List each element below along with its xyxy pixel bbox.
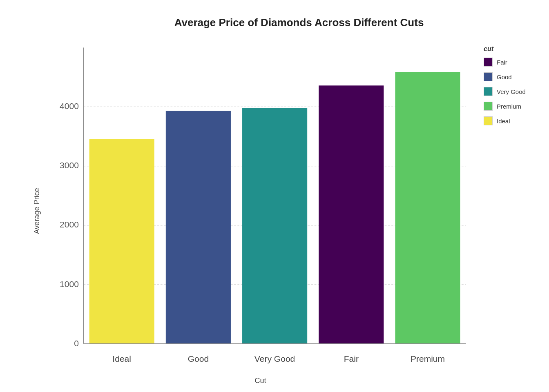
legend-title: cut <box>484 45 537 53</box>
legend-item: Good <box>484 72 537 81</box>
svg-text:0: 0 <box>74 339 79 348</box>
x-axis-label: Cut <box>45 376 475 385</box>
svg-rect-13 <box>166 111 231 344</box>
chart-body: Average Price 01000200030004000IdealGood… <box>33 37 541 385</box>
chart-area: 01000200030004000IdealGoodVery GoodFairP… <box>45 37 475 385</box>
svg-rect-17 <box>319 85 384 343</box>
svg-text:4000: 4000 <box>60 101 79 111</box>
svg-rect-19 <box>395 72 460 344</box>
svg-text:Fair: Fair <box>344 354 359 363</box>
legend: cut FairGoodVery GoodPremiumIdeal <box>475 37 541 385</box>
legend-item: Ideal <box>484 116 537 125</box>
grid-and-bars: 01000200030004000IdealGoodVery GoodFairP… <box>45 37 475 373</box>
legend-item: Premium <box>484 102 537 111</box>
legend-items: FairGoodVery GoodPremiumIdeal <box>484 58 537 131</box>
svg-text:Premium: Premium <box>411 354 445 363</box>
svg-text:1000: 1000 <box>60 279 79 289</box>
svg-text:2000: 2000 <box>60 220 79 229</box>
chart-svg: 01000200030004000IdealGoodVery GoodFairP… <box>45 37 475 373</box>
chart-container: Average Price of Diamonds Across Differe… <box>0 0 549 392</box>
plot-area: 01000200030004000IdealGoodVery GoodFairP… <box>45 37 475 373</box>
svg-text:Ideal: Ideal <box>112 354 131 363</box>
chart-title: Average Price of Diamonds Across Differe… <box>174 16 424 29</box>
legend-item: Very Good <box>484 87 537 96</box>
svg-text:Good: Good <box>188 354 209 363</box>
svg-text:3000: 3000 <box>60 160 79 170</box>
y-axis-label: Average Price <box>33 37 41 385</box>
legend-item: Fair <box>484 58 537 67</box>
svg-text:Very Good: Very Good <box>254 354 295 363</box>
svg-rect-15 <box>242 108 307 344</box>
svg-rect-11 <box>89 139 154 344</box>
